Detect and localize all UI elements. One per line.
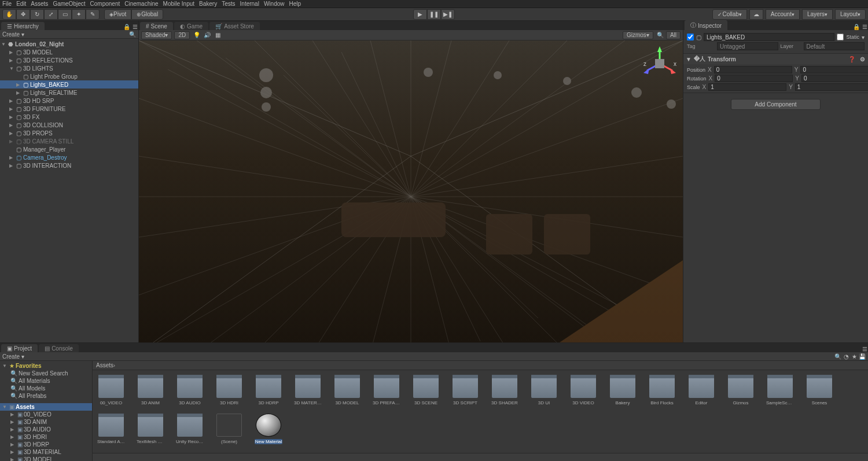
menu-window[interactable]: Window bbox=[264, 1, 285, 7]
play-button[interactable]: ▶ bbox=[413, 9, 427, 20]
help-icon[interactable]: ❓ bbox=[848, 56, 855, 62]
folder-item[interactable]: ▶▣ 3D HDRI bbox=[0, 433, 92, 441]
game-tab[interactable]: ◐ Game bbox=[174, 22, 208, 30]
custom-tool[interactable]: ✎ bbox=[86, 9, 100, 20]
scene-viewport[interactable]: x z bbox=[139, 40, 683, 342]
static-checkbox[interactable] bbox=[837, 34, 844, 40]
global-toggle[interactable]: ⊕ Global bbox=[131, 9, 163, 20]
lock-icon[interactable]: 🔒 bbox=[853, 23, 860, 30]
favorite-item[interactable]: 🔍 All Materials bbox=[0, 377, 92, 385]
hierarchy-item[interactable]: ▢Manager_Player bbox=[0, 145, 138, 153]
scale-x-field[interactable] bbox=[708, 83, 786, 91]
asset-folder[interactable]: 3D SCENE bbox=[412, 375, 440, 405]
folder-item[interactable]: ▶▣ 3D ANIM bbox=[0, 418, 92, 426]
search-icon[interactable]: 🔍 bbox=[657, 32, 664, 39]
layer-dropdown[interactable]: Default bbox=[804, 42, 865, 50]
pivot-toggle[interactable]: ◈ Pivot bbox=[104, 9, 131, 20]
hierarchy-item[interactable]: ▶▢3D PROPS bbox=[0, 129, 138, 137]
asset-folder[interactable]: TextMesh Pro bbox=[137, 414, 164, 444]
folder-item[interactable]: ▶▣ 3D MODEL bbox=[0, 456, 92, 461]
asset-folder[interactable]: 00_VIDEO bbox=[97, 375, 125, 405]
menu-gameobject[interactable]: GameObject bbox=[53, 1, 85, 7]
orientation-gizmo[interactable]: x z bbox=[642, 46, 677, 81]
component-foldout[interactable]: ▼ bbox=[686, 56, 692, 62]
menu-tests[interactable]: Tests bbox=[222, 1, 235, 7]
asset-folder[interactable]: 3D VIDEO bbox=[569, 375, 597, 405]
hierarchy-item[interactable]: ▢Light Probe Group bbox=[0, 72, 138, 80]
asset-folder[interactable]: 3D UI bbox=[530, 375, 558, 405]
hierarchy-item[interactable]: ▶▢3D REFLECTIONS bbox=[0, 56, 138, 64]
asset-folder[interactable]: 3D ANIM bbox=[137, 375, 164, 405]
asset-folder[interactable]: 3D HDRI bbox=[215, 375, 243, 405]
create-dropdown[interactable]: Create ▾ bbox=[2, 353, 24, 360]
gizmos-dropdown[interactable]: Gizmos ▾ bbox=[623, 31, 653, 39]
hierarchy-item[interactable]: ▶▢3D INTERACTION bbox=[0, 161, 138, 169]
filter-icon[interactable]: ◔ bbox=[843, 353, 849, 360]
all-dropdown[interactable]: All bbox=[666, 31, 681, 39]
asset-folder[interactable]: 3D SHADER bbox=[491, 375, 518, 405]
assets-root[interactable]: ▼▣ Assets bbox=[0, 403, 92, 411]
hierarchy-item[interactable]: ▶▢3D CAMERA STILL bbox=[0, 137, 138, 145]
shading-dropdown[interactable]: Shaded ▾ bbox=[141, 31, 172, 39]
create-dropdown[interactable]: Create ▾ bbox=[2, 31, 24, 38]
collab-dropdown[interactable]: ✓ Collab ▾ bbox=[712, 9, 746, 20]
menu-edit[interactable]: Edit bbox=[16, 1, 26, 7]
hierarchy-item[interactable]: ▶▢3D COLLISION bbox=[0, 121, 138, 129]
asset-folder[interactable]: SampleScenes bbox=[766, 375, 794, 405]
menu-bakery[interactable]: Bakery bbox=[199, 1, 217, 7]
cloud-button[interactable]: ☁ bbox=[749, 9, 763, 20]
asset-folder[interactable]: Scenes bbox=[806, 375, 833, 405]
pos-y-field[interactable] bbox=[800, 66, 868, 73]
hand-tool[interactable]: ✋ bbox=[2, 9, 16, 20]
asset-folder[interactable]: 3D AUDIO bbox=[176, 375, 204, 405]
tag-dropdown[interactable]: Untagged bbox=[717, 42, 778, 50]
favorites-header[interactable]: ▼★ Favorites bbox=[0, 362, 92, 370]
asset-folder[interactable]: Bird Flocks bbox=[648, 375, 676, 405]
pos-x-field[interactable] bbox=[714, 66, 792, 73]
menu-internal[interactable]: Internal bbox=[240, 1, 259, 7]
asset-folder[interactable]: 3D HDRP bbox=[255, 375, 282, 405]
layers-dropdown[interactable]: Layers ▾ bbox=[802, 9, 833, 20]
hierarchy-item[interactable]: ▶▢3D FX bbox=[0, 113, 138, 121]
panel-lock-icon[interactable]: 🔒 bbox=[123, 23, 130, 30]
search-icon[interactable]: 🔍 bbox=[129, 31, 136, 38]
rot-x-field[interactable] bbox=[715, 75, 793, 82]
hierarchy-item[interactable]: ▶▢Camera_Destroy bbox=[0, 153, 138, 161]
multi-tool[interactable]: ✦ bbox=[72, 9, 86, 20]
hierarchy-item[interactable]: ▶▢3D MODEL bbox=[0, 48, 138, 56]
folder-item[interactable]: ▶▣ 3D AUDIO bbox=[0, 426, 92, 433]
2d-toggle[interactable]: 2D bbox=[174, 31, 190, 39]
account-dropdown[interactable]: Account ▾ bbox=[766, 9, 800, 20]
folder-item[interactable]: ▶▣ 00_VIDEO bbox=[0, 411, 92, 418]
project-tab[interactable]: ▣ Project bbox=[1, 344, 38, 352]
asset-folder[interactable]: Gizmos bbox=[727, 375, 755, 405]
asset-folder[interactable]: 3D MATERIAL bbox=[294, 375, 322, 405]
panel-menu-icon[interactable]: ☰ bbox=[131, 23, 138, 30]
scene-tab[interactable]: # Scene bbox=[140, 22, 173, 30]
rect-tool[interactable]: ▭ bbox=[58, 9, 72, 20]
gameobject-name-field[interactable] bbox=[704, 33, 834, 41]
asset-item[interactable]: (Scene) bbox=[215, 414, 243, 444]
menu-help[interactable]: Help bbox=[289, 1, 301, 7]
asset-grid[interactable]: 00_VIDEO3D ANIM3D AUDIO3D HDRI3D HDRP3D … bbox=[93, 370, 868, 453]
console-tab[interactable]: ▤ Console bbox=[39, 344, 79, 352]
audio-toggle-icon[interactable]: 🔊 bbox=[204, 32, 211, 39]
scene-root[interactable]: ▼⬣London_02_Night bbox=[0, 40, 138, 48]
menu-assets[interactable]: Assets bbox=[31, 1, 48, 7]
step-button[interactable]: ▶❚ bbox=[441, 9, 455, 20]
panel-menu-icon[interactable]: ☰ bbox=[861, 23, 868, 30]
hierarchy-item[interactable]: ▶▢Lights_BAKED bbox=[0, 80, 138, 88]
rotate-tool[interactable]: ↻ bbox=[30, 9, 44, 20]
project-tree[interactable]: ▼★ Favorites 🔍 New Saved Search🔍 All Mat… bbox=[0, 361, 93, 461]
panel-menu-icon[interactable]: ☰ bbox=[861, 345, 868, 352]
scale-tool[interactable]: ⤢ bbox=[44, 9, 58, 20]
layout-dropdown[interactable]: Layout ▾ bbox=[835, 9, 866, 20]
search-icon[interactable]: 🔍 bbox=[834, 353, 841, 360]
menu-cinemachine[interactable]: Cinemachine bbox=[124, 1, 158, 7]
asset-folder[interactable]: 3D MODEL bbox=[333, 375, 361, 405]
hierarchy-item[interactable]: ▶▢3D HD SRP bbox=[0, 97, 138, 105]
asset-folder[interactable]: 3D SCRIPT bbox=[451, 375, 479, 405]
favorite-item[interactable]: 🔍 All Models bbox=[0, 385, 92, 392]
asset-folder[interactable]: Standard Assets bbox=[97, 414, 125, 444]
pause-button[interactable]: ❚❚ bbox=[427, 9, 441, 20]
